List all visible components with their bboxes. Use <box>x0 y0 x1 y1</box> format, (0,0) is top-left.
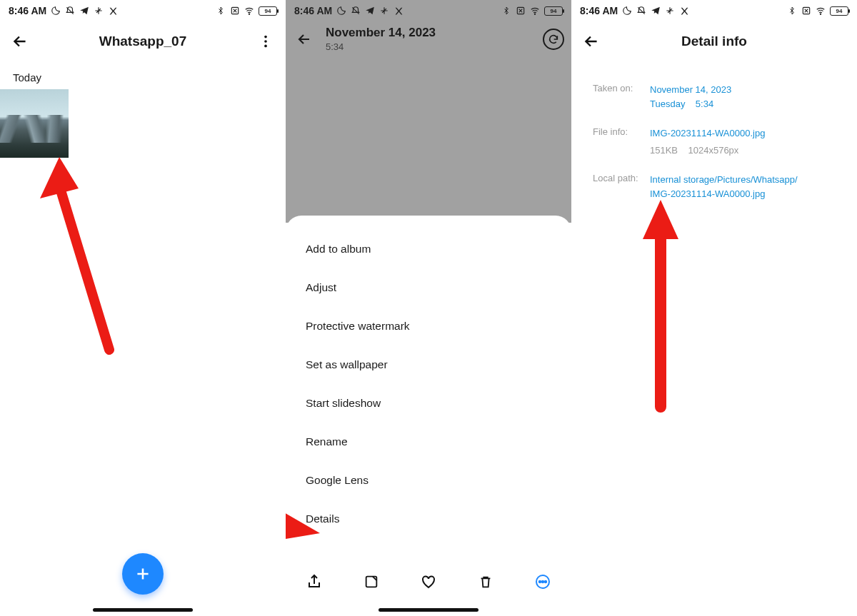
battery-icon: 94 <box>544 6 563 16</box>
taken-on-time: 5:34 <box>696 99 713 109</box>
telegram-icon <box>79 6 89 16</box>
moon-icon <box>51 6 61 16</box>
sync-button[interactable] <box>543 29 564 50</box>
delete-button[interactable] <box>476 572 495 591</box>
svg-point-10 <box>539 581 541 582</box>
dnd-icon <box>65 6 75 16</box>
svg-point-2 <box>264 36 267 39</box>
file-dimensions: 1024x576px <box>688 145 739 156</box>
status-bar: 8:46 AM 94 <box>286 0 571 21</box>
edit-button[interactable] <box>362 572 381 591</box>
dnd-icon <box>636 6 646 16</box>
telegram-icon <box>651 6 661 16</box>
album-title: Whatsapp_07 <box>40 34 246 49</box>
home-indicator[interactable] <box>93 608 193 612</box>
telegram-icon <box>365 6 375 16</box>
battery-level: 94 <box>836 8 843 14</box>
screen-photo-viewer: 8:46 AM 94 November 14, 2023 5:34 <box>286 0 571 616</box>
more-button[interactable] <box>533 572 552 591</box>
menu-adjust[interactable]: Adjust <box>286 268 571 307</box>
battery-icon: 94 <box>830 6 848 16</box>
pinwheel-icon <box>94 6 104 16</box>
status-time: 8:46 AM <box>9 5 46 16</box>
wifi-icon <box>816 6 826 16</box>
battery-level: 94 <box>265 8 271 14</box>
status-bar: 8:46 AM 94 <box>571 0 857 21</box>
menu-add-to-album[interactable]: Add to album <box>286 230 571 268</box>
detail-title: Detail info <box>611 34 817 49</box>
menu-google-lens[interactable]: Google Lens <box>286 461 571 500</box>
svg-point-1 <box>249 14 249 14</box>
local-path-label: Local path: <box>593 173 650 201</box>
no-sim-icon <box>801 6 811 16</box>
fab-add[interactable] <box>122 553 164 595</box>
svg-point-7 <box>534 14 535 14</box>
row-taken-on: Taken on: November 14, 2023 Tuesday 5:34 <box>593 83 836 111</box>
svg-point-12 <box>545 581 546 582</box>
annotation-arrow-3 <box>639 200 682 414</box>
moon-icon <box>622 6 632 16</box>
taken-on-day: Tuesday <box>650 99 685 109</box>
status-bar: 8:46 AM <box>0 0 286 21</box>
x-icon <box>394 6 404 16</box>
file-size: 151KB <box>650 145 678 156</box>
back-button[interactable] <box>7 29 33 54</box>
viewer-bottom-bar <box>286 562 571 602</box>
menu-details[interactable]: Details <box>286 500 571 538</box>
file-info-label: File info: <box>593 126 650 157</box>
menu-rename[interactable]: Rename <box>286 423 571 461</box>
photo-thumbnail[interactable] <box>0 89 69 158</box>
dnd-icon <box>351 6 361 16</box>
menu-set-wallpaper[interactable]: Set as wallpaper <box>286 345 571 384</box>
back-button[interactable] <box>293 31 316 48</box>
pinwheel-icon <box>379 6 389 16</box>
screen-detail-info: 8:46 AM 94 Detail info Taken on: Novembe… <box>571 0 857 616</box>
favorite-button[interactable] <box>419 572 438 591</box>
viewer-date: November 14, 2023 <box>326 26 436 40</box>
home-indicator[interactable] <box>379 608 478 612</box>
album-header: Whatsapp_07 <box>0 21 286 61</box>
svg-point-11 <box>542 581 543 582</box>
taken-on-date: November 14, 2023 <box>650 83 836 97</box>
share-button[interactable] <box>305 572 324 591</box>
moon-icon <box>336 6 346 16</box>
svg-point-3 <box>264 40 267 43</box>
pinwheel-icon <box>665 6 675 16</box>
menu-watermark[interactable]: Protective watermark <box>286 307 571 345</box>
detail-header: Detail info <box>571 21 857 61</box>
status-time: 8:46 AM <box>294 5 332 16</box>
battery-level: 94 <box>551 8 557 14</box>
wifi-icon <box>530 6 540 16</box>
local-path-line2: IMG-20231114-WA0000.jpg <box>650 187 836 201</box>
svg-marker-5 <box>40 157 79 198</box>
annotation-arrow-1 <box>34 157 127 364</box>
x-icon <box>679 6 689 16</box>
bluetooth-icon <box>787 6 797 16</box>
no-sim-icon <box>516 6 526 16</box>
back-button[interactable] <box>578 29 604 54</box>
menu-start-slideshow[interactable]: Start slideshow <box>286 384 571 423</box>
svg-point-4 <box>264 45 267 48</box>
screen-album: 8:46 AM <box>0 0 286 616</box>
row-file-info: File info: IMG-20231114-WA0000.jpg 151KB… <box>593 126 836 157</box>
local-path-line1: Internal storage/Pictures/Whatsapp/ <box>650 173 836 187</box>
file-name: IMG-20231114-WA0000.jpg <box>650 126 836 141</box>
battery-icon: 94 <box>259 6 277 16</box>
wifi-icon <box>244 6 254 16</box>
more-button[interactable] <box>253 29 279 54</box>
no-sim-icon <box>230 6 240 16</box>
bluetooth-icon <box>216 6 226 16</box>
viewer-header: November 14, 2023 5:34 <box>286 21 571 52</box>
status-time: 8:46 AM <box>580 5 618 16</box>
taken-on-label: Taken on: <box>593 83 650 111</box>
action-sheet: Add to album Adjust Protective watermark… <box>286 223 571 616</box>
bluetooth-icon <box>501 6 511 16</box>
section-today: Today <box>0 61 286 89</box>
detail-body: Taken on: November 14, 2023 Tuesday 5:34… <box>571 61 857 231</box>
row-local-path: Local path: Internal storage/Pictures/Wh… <box>593 173 836 201</box>
svg-point-15 <box>820 14 821 14</box>
viewer-preview-area: 8:46 AM 94 November 14, 2023 5:34 <box>286 0 571 223</box>
viewer-time: 5:34 <box>326 41 436 52</box>
x-icon <box>108 6 118 16</box>
